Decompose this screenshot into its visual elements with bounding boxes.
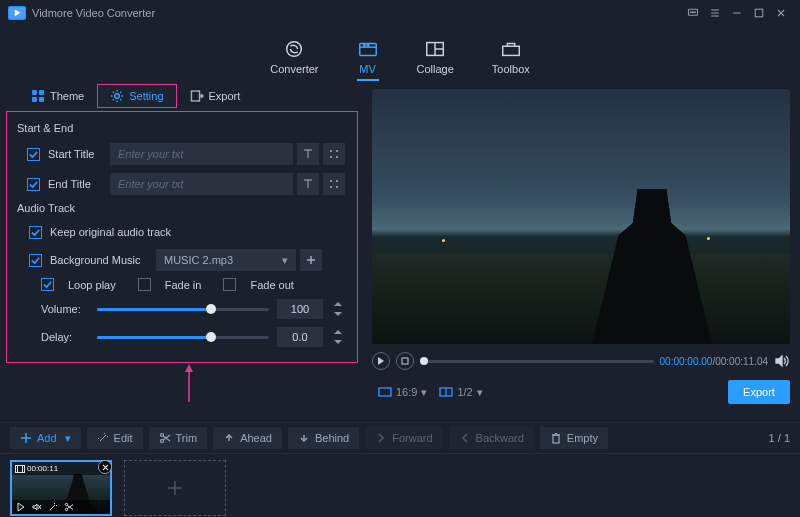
time-total: 00:00:11.04 — [715, 356, 768, 367]
btn-label: Forward — [392, 432, 432, 444]
svg-marker-45 — [776, 356, 782, 366]
menu-icon[interactable] — [704, 2, 726, 24]
stop-button[interactable] — [396, 352, 414, 370]
feedback-icon[interactable] — [682, 2, 704, 24]
svg-point-4 — [693, 11, 694, 12]
add-music-button[interactable] — [300, 249, 322, 271]
empty-button[interactable]: Empty — [540, 427, 608, 449]
edit-button[interactable]: Edit — [87, 427, 143, 449]
end-title-label: End Title — [48, 178, 110, 190]
svg-point-68 — [65, 508, 67, 510]
edit-clip-icon[interactable] — [48, 502, 58, 512]
caret-down-icon[interactable] — [331, 337, 345, 347]
btn-label: Backward — [476, 432, 524, 444]
volume-slider[interactable] — [97, 308, 269, 311]
behind-button[interactable]: Behind — [288, 427, 359, 449]
svg-point-67 — [65, 503, 67, 505]
svg-point-27 — [330, 150, 332, 152]
backward-button[interactable]: Backward — [449, 427, 534, 449]
tab-label: Export — [209, 90, 241, 102]
svg-marker-39 — [334, 330, 342, 334]
fade-out-label: Fade out — [250, 279, 293, 291]
timeline-row: 00:00:11 — [0, 454, 800, 514]
delay-slider[interactable] — [97, 336, 269, 339]
volume-stepper[interactable] — [331, 299, 345, 319]
app-title: Vidmore Video Converter — [32, 7, 155, 19]
fade-in-label: Fade in — [165, 279, 202, 291]
loop-play-label: Loop play — [68, 279, 116, 291]
nav-collage[interactable]: Collage — [417, 39, 454, 81]
caret-up-icon[interactable] — [331, 327, 345, 337]
keep-original-checkbox[interactable] — [29, 226, 42, 239]
text-style-icon[interactable] — [297, 173, 319, 195]
filmstrip-icon — [15, 463, 25, 475]
svg-marker-43 — [378, 357, 384, 365]
split-dropdown[interactable]: 1/2 ▾ — [433, 385, 488, 399]
minimize-button[interactable] — [726, 2, 748, 24]
main-nav: Converter MV Collage Toolbox — [0, 25, 800, 81]
trash-icon — [550, 432, 562, 444]
trim-button[interactable]: Trim — [149, 427, 208, 449]
caret-down-icon[interactable] — [331, 309, 345, 319]
start-title-input[interactable] — [110, 143, 293, 165]
add-clip-slot[interactable] — [124, 460, 226, 516]
caret-up-icon[interactable] — [331, 299, 345, 309]
end-title-checkbox[interactable] — [27, 178, 40, 191]
fade-out-checkbox[interactable] — [223, 278, 236, 291]
backward-icon — [459, 432, 471, 444]
svg-marker-40 — [334, 340, 342, 344]
nav-converter[interactable]: Converter — [270, 39, 318, 81]
remove-clip-button[interactable] — [98, 460, 112, 474]
volume-icon[interactable] — [774, 353, 790, 369]
nav-mv[interactable]: MV — [357, 39, 379, 81]
trim-clip-icon[interactable] — [64, 502, 74, 512]
volume-value[interactable]: 100 — [277, 299, 323, 319]
tab-export[interactable]: Export — [177, 84, 254, 108]
loop-play-checkbox[interactable] — [41, 278, 54, 291]
svg-marker-37 — [334, 302, 342, 306]
tab-setting[interactable]: Setting — [97, 84, 176, 108]
start-title-checkbox[interactable] — [27, 148, 40, 161]
clip-thumb[interactable]: 00:00:11 — [10, 460, 112, 516]
text-style-icon[interactable] — [297, 143, 319, 165]
svg-point-32 — [336, 180, 338, 182]
maximize-button[interactable] — [748, 2, 770, 24]
btn-label: Behind — [315, 432, 349, 444]
progress-bar[interactable] — [420, 360, 654, 363]
fade-in-checkbox[interactable] — [138, 278, 151, 291]
svg-rect-46 — [379, 388, 391, 396]
svg-point-31 — [330, 180, 332, 182]
bg-music-checkbox[interactable] — [29, 254, 42, 267]
chevron-down-icon: ▾ — [65, 432, 71, 445]
end-title-input[interactable] — [110, 173, 293, 195]
toolbox-icon — [500, 39, 522, 59]
video-preview[interactable] — [372, 89, 790, 344]
nav-label: Collage — [417, 63, 454, 75]
titlebar: Vidmore Video Converter — [0, 0, 800, 25]
behind-icon — [298, 432, 310, 444]
delay-value[interactable]: 0.0 — [277, 327, 323, 347]
svg-marker-38 — [334, 312, 342, 316]
aspect-dropdown[interactable]: 16:9 ▾ — [372, 385, 433, 399]
bg-music-dropdown[interactable]: MUSIC 2.mp3 ▾ — [156, 249, 296, 271]
add-button[interactable]: Add▾ — [10, 427, 81, 449]
ahead-button[interactable]: Ahead — [213, 427, 282, 449]
play-button[interactable] — [372, 352, 390, 370]
mute-clip-icon[interactable] — [32, 502, 42, 512]
grid-icon[interactable] — [323, 143, 345, 165]
forward-button[interactable]: Forward — [365, 427, 442, 449]
delay-stepper[interactable] — [331, 327, 345, 347]
close-button[interactable] — [770, 2, 792, 24]
svg-marker-64 — [33, 504, 37, 510]
ahead-icon — [223, 432, 235, 444]
tab-label: Theme — [50, 90, 84, 102]
svg-rect-24 — [39, 97, 44, 102]
chevron-down-icon: ▾ — [421, 386, 427, 399]
aspect-icon — [378, 385, 392, 399]
tab-theme[interactable]: Theme — [18, 84, 97, 108]
grid-icon[interactable] — [323, 173, 345, 195]
split-value: 1/2 — [457, 386, 472, 398]
export-button[interactable]: Export — [728, 380, 790, 404]
play-clip-icon[interactable] — [16, 502, 26, 512]
nav-toolbox[interactable]: Toolbox — [492, 39, 530, 81]
